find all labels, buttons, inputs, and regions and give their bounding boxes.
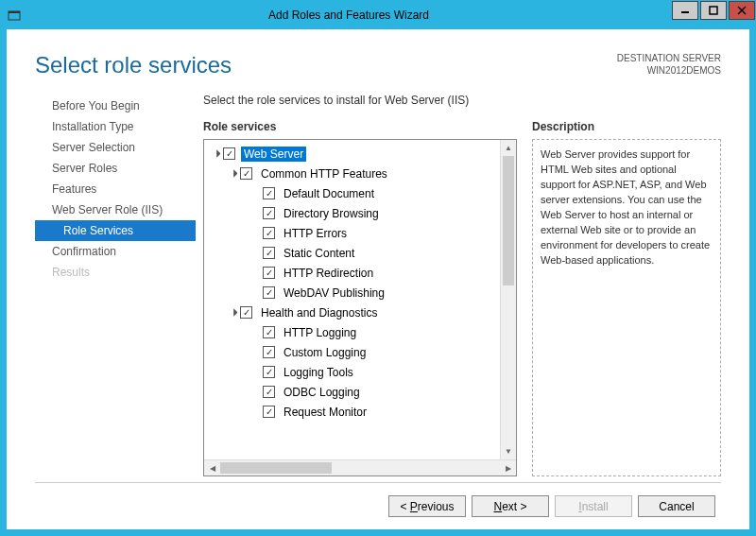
window-controls bbox=[670, 1, 755, 29]
sidebar-item-role-services[interactable]: Role Services bbox=[35, 220, 196, 241]
tree-node-label: Directory Browsing bbox=[281, 206, 382, 221]
expander-icon bbox=[249, 327, 261, 338]
content-area: Select role services DESTINATION SERVER … bbox=[1, 29, 755, 535]
checkbox[interactable] bbox=[263, 386, 275, 398]
tree-node-label: WebDAV Publishing bbox=[281, 285, 387, 301]
sidebar-item-web-server-role-iis-[interactable]: Web Server Role (IIS) bbox=[35, 199, 196, 220]
cancel-button[interactable]: Cancel bbox=[638, 495, 715, 517]
checkbox[interactable] bbox=[240, 167, 252, 180]
tree-node-label: HTTP Logging bbox=[281, 325, 359, 340]
tree-node-health-and-diagnostics[interactable]: Health and Diagnostics bbox=[204, 303, 500, 322]
sidebar-item-features[interactable]: Features bbox=[35, 179, 196, 199]
tree-node-web-server[interactable]: Web Server bbox=[204, 144, 500, 164]
vscroll-thumb[interactable] bbox=[503, 156, 514, 285]
titlebar[interactable]: Add Roles and Features Wizard bbox=[1, 1, 755, 29]
expander-icon[interactable] bbox=[210, 148, 221, 160]
tree-node-label: HTTP Errors bbox=[281, 226, 350, 241]
checkbox[interactable] bbox=[263, 366, 275, 378]
expander-icon bbox=[249, 367, 261, 378]
sidebar-item-before-you-begin[interactable]: Before You Begin bbox=[35, 95, 196, 116]
sidebar-item-server-roles[interactable]: Server Roles bbox=[35, 158, 196, 179]
tree-node-label: Logging Tools bbox=[281, 365, 356, 380]
expander-icon bbox=[249, 268, 261, 279]
tree-node-label: ODBC Logging bbox=[281, 385, 363, 400]
header-row: Select role services DESTINATION SERVER … bbox=[35, 29, 721, 82]
previous-button[interactable]: < Previous bbox=[388, 495, 466, 517]
tree-node-label: Common HTTP Features bbox=[258, 166, 390, 182]
scroll-left-button[interactable]: ◀ bbox=[204, 460, 220, 475]
minimize-button[interactable] bbox=[672, 1, 698, 20]
tree-node-custom-logging[interactable]: Custom Logging bbox=[204, 342, 500, 362]
tree-node-default-document[interactable]: Default Document bbox=[204, 183, 500, 203]
close-button[interactable] bbox=[729, 1, 755, 20]
checkbox[interactable] bbox=[263, 227, 275, 239]
tree-node-label: Health and Diagnostics bbox=[258, 305, 380, 320]
tree-node-label: Default Document bbox=[281, 186, 377, 201]
checkbox[interactable] bbox=[263, 346, 275, 358]
sidebar-item-installation-type[interactable]: Installation Type bbox=[35, 116, 196, 137]
install-button: Install bbox=[555, 495, 632, 517]
checkbox[interactable] bbox=[263, 406, 275, 418]
tree-node-request-monitor[interactable]: Request Monitor bbox=[204, 402, 500, 422]
checkbox[interactable] bbox=[263, 247, 275, 259]
destination-server: DESTINATION SERVER WIN2012DEMOS bbox=[617, 52, 721, 77]
expander-icon[interactable] bbox=[227, 168, 238, 180]
hscroll-thumb[interactable] bbox=[220, 462, 332, 474]
sidebar-item-results: Results bbox=[35, 262, 196, 283]
wizard-footer: < Previous Next > Install Cancel bbox=[35, 482, 721, 529]
sidebar-item-confirmation[interactable]: Confirmation bbox=[35, 241, 196, 262]
wizard-sidebar: Before You BeginInstallation TypeServer … bbox=[35, 90, 196, 476]
role-services-column: Role services Web ServerCommon HTTP Feat… bbox=[203, 120, 517, 476]
checkbox[interactable] bbox=[263, 207, 275, 219]
destination-label: DESTINATION SERVER bbox=[617, 52, 721, 64]
maximize-button[interactable] bbox=[700, 1, 727, 20]
role-services-tree[interactable]: Web ServerCommon HTTP FeaturesDefault Do… bbox=[204, 140, 500, 459]
hscroll-track[interactable] bbox=[220, 460, 500, 475]
expander-icon bbox=[249, 406, 261, 418]
tree-node-http-redirection[interactable]: HTTP Redirection bbox=[204, 263, 500, 283]
tree-node-common-http-features[interactable]: Common HTTP Features bbox=[204, 164, 500, 183]
expander-icon[interactable] bbox=[227, 307, 238, 319]
page-title: Select role services bbox=[35, 52, 617, 78]
checkbox[interactable] bbox=[263, 267, 275, 279]
tree-node-directory-browsing[interactable]: Directory Browsing bbox=[204, 203, 500, 223]
expander-icon bbox=[249, 248, 261, 259]
checkbox[interactable] bbox=[240, 306, 252, 319]
tree-scroll-area: Web ServerCommon HTTP FeaturesDefault Do… bbox=[204, 140, 516, 459]
expander-icon bbox=[249, 228, 261, 239]
svg-line-4 bbox=[738, 7, 746, 14]
destination-value: WIN2012DEMOS bbox=[617, 64, 721, 77]
scroll-right-button[interactable]: ▶ bbox=[500, 460, 516, 475]
tree-node-label: HTTP Redirection bbox=[281, 266, 376, 281]
tree-node-static-content[interactable]: Static Content bbox=[204, 243, 500, 263]
checkbox[interactable] bbox=[263, 187, 275, 199]
expander-icon bbox=[249, 208, 261, 219]
panel-row: Role services Web ServerCommon HTTP Feat… bbox=[203, 120, 721, 476]
tree-node-label: Custom Logging bbox=[281, 345, 369, 360]
tree-node-webdav-publishing[interactable]: WebDAV Publishing bbox=[204, 283, 500, 303]
tree-node-label: Request Monitor bbox=[281, 405, 369, 420]
svg-line-5 bbox=[738, 7, 746, 14]
tree-node-logging-tools[interactable]: Logging Tools bbox=[204, 362, 500, 382]
svg-rect-1 bbox=[9, 11, 20, 13]
horizontal-scrollbar[interactable]: ◀ ▶ bbox=[204, 459, 516, 475]
checkbox[interactable] bbox=[223, 147, 235, 160]
role-services-label: Role services bbox=[203, 120, 517, 139]
expander-icon bbox=[249, 387, 261, 398]
scroll-up-button[interactable]: ▲ bbox=[501, 140, 516, 156]
tree-node-http-errors[interactable]: HTTP Errors bbox=[204, 223, 500, 243]
checkbox[interactable] bbox=[263, 286, 275, 299]
svg-rect-3 bbox=[710, 7, 717, 14]
tree-node-odbc-logging[interactable]: ODBC Logging bbox=[204, 382, 500, 402]
next-button[interactable]: Next > bbox=[472, 495, 549, 517]
scroll-down-button[interactable]: ▼ bbox=[501, 443, 516, 459]
sidebar-item-server-selection[interactable]: Server Selection bbox=[35, 137, 196, 158]
role-services-tree-container: Web ServerCommon HTTP FeaturesDefault Do… bbox=[203, 139, 517, 476]
expander-icon bbox=[249, 287, 261, 299]
checkbox[interactable] bbox=[263, 326, 275, 338]
tree-node-label: Static Content bbox=[281, 246, 357, 261]
description-label: Description bbox=[532, 120, 721, 139]
vertical-scrollbar[interactable]: ▲ ▼ bbox=[500, 140, 516, 459]
tree-node-http-logging[interactable]: HTTP Logging bbox=[204, 322, 500, 342]
vscroll-track[interactable] bbox=[501, 156, 516, 443]
